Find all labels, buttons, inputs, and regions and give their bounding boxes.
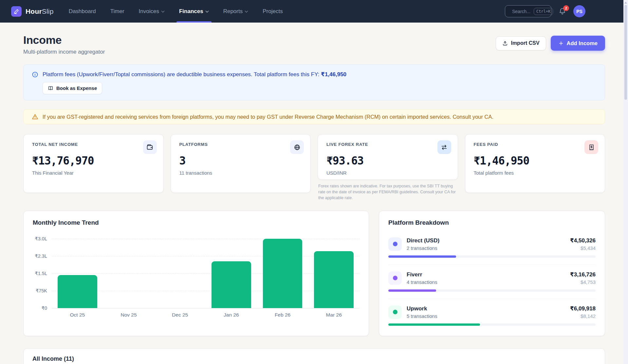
stat-cell-forex: LIVE FOREX RATE ₹93.63 USD/INR Forex rat…	[318, 134, 458, 201]
scrollbar-thumb[interactable]	[624, 5, 627, 100]
stat-card-fees-paid: FEES PAID ₹1,46,950 Total platform fees	[465, 134, 605, 193]
monthly-income-trend-card: Monthly Income Trend ₹3.0L ₹2.3L ₹1.5L ₹…	[23, 211, 369, 336]
plus-icon	[558, 41, 564, 46]
upload-icon	[502, 41, 508, 46]
stat-value: ₹1,46,950	[474, 154, 597, 167]
import-csv-button[interactable]: Import CSV	[496, 36, 546, 50]
add-income-button[interactable]: Add Income	[551, 36, 605, 51]
stat-subtext: This Financial Year	[32, 170, 155, 176]
top-navbar: HourSlip Dashboard Timer Invoices Financ…	[0, 0, 623, 23]
chart-bar-feb-26	[263, 239, 303, 308]
stat-card-total-net-income: TOTAL NET INCOME ₹13,76,970 This Financi…	[23, 134, 164, 193]
stat-card-live-forex-rate: LIVE FOREX RATE ₹93.63 USD/INR	[318, 134, 458, 180]
exchange-icon	[437, 140, 451, 154]
stat-value: ₹93.63	[326, 154, 449, 167]
scroll-up-arrow[interactable]	[624, 2, 627, 4]
progress-fill	[388, 289, 436, 292]
stat-label: LIVE FOREX RATE	[326, 142, 449, 147]
chart-title: Monthly Income Trend	[33, 219, 360, 226]
nav-dashboard[interactable]: Dashboard	[69, 0, 96, 23]
stats-row: TOTAL NET INCOME ₹13,76,970 This Financi…	[23, 134, 605, 201]
notifications-button[interactable]: 2	[559, 8, 566, 15]
all-income-header: All Income (11)	[24, 349, 605, 364]
gst-warning-banner: If you are GST-registered and receiving …	[23, 109, 605, 124]
progress-fill	[388, 255, 456, 258]
stat-subtext: 11 transactions	[179, 170, 302, 176]
warning-banner-text: If you are GST-registered and receiving …	[43, 114, 493, 120]
chevron-down-icon	[245, 10, 248, 13]
progress-track	[388, 289, 596, 292]
progress-track	[388, 255, 596, 258]
bar-chart: ₹3.0L ₹2.3L ₹1.5L ₹75K ₹0	[33, 239, 360, 308]
search-input[interactable]: Search... Ctrl+K	[505, 5, 551, 17]
avatar[interactable]: PS	[573, 5, 585, 17]
info-icon	[32, 71, 38, 78]
warning-icon	[32, 113, 38, 120]
search-shortcut-kbd: Ctrl+K	[534, 8, 553, 15]
stat-subtext: Total platform fees	[474, 170, 597, 176]
search-placeholder: Search...	[512, 9, 530, 14]
platform-dot-icon	[388, 237, 402, 251]
stat-label: TOTAL NET INCOME	[32, 142, 155, 147]
scrollbar[interactable]	[623, 0, 628, 364]
main-content: Income Multi-platform income aggregator …	[0, 23, 623, 364]
nav-timer[interactable]: Timer	[110, 0, 124, 23]
page: HourSlip Dashboard Timer Invoices Financ…	[0, 0, 623, 364]
page-subtitle: Multi-platform income aggregator	[23, 49, 105, 55]
chevron-down-icon	[205, 10, 209, 13]
platform-dot-icon	[388, 305, 402, 319]
chart-bar-jan-26	[212, 261, 251, 308]
stat-label: FEES PAID	[474, 142, 597, 147]
brand-name: HourSlip	[26, 8, 54, 15]
platform-dot-icon	[388, 271, 402, 285]
info-banner-amount: ₹1,46,950	[321, 71, 346, 78]
stat-value: ₹13,76,970	[32, 154, 155, 167]
chart-y-axis: ₹3.0L ₹2.3L ₹1.5L ₹75K ₹0	[33, 239, 52, 308]
chevron-down-icon	[161, 10, 165, 13]
book-as-expense-button[interactable]: Book as Expense	[43, 82, 102, 94]
progress-track	[388, 323, 596, 326]
chart-bar-mar-26	[314, 251, 354, 308]
stat-subtext: USD/INR	[326, 170, 449, 176]
nav-finances[interactable]: Finances	[179, 0, 209, 23]
nav-projects[interactable]: Projects	[263, 0, 283, 23]
wallet-icon	[143, 140, 157, 154]
platform-fees-info-banner: Platform fees (Upwork/Fiverr/Toptal comm…	[23, 64, 605, 100]
platform-breakdown-card: Platform Breakdown Direct (USD) 2 transa…	[379, 211, 605, 336]
forex-footnote: Forex rates shown are indicative. For ta…	[318, 183, 458, 201]
nav-reports[interactable]: Reports	[223, 0, 249, 23]
breakdown-row-fiverr: Fiverr 4 transactions ₹3,16,726 $4,753	[388, 265, 596, 299]
stat-card-platforms: PLATFORMS 3 11 transactions	[171, 134, 311, 193]
breakdown-title: Platform Breakdown	[388, 219, 596, 226]
stat-value: 3	[179, 154, 302, 167]
navbar-right: Search... Ctrl+K 2 PS	[505, 5, 585, 17]
page-title: Income	[23, 34, 105, 46]
info-banner-text: Platform fees (Upwork/Fiverr/Toptal comm…	[43, 71, 319, 78]
brand-logo[interactable]: HourSlip	[11, 6, 54, 17]
stat-label: PLATFORMS	[179, 142, 302, 147]
chart-x-axis: Oct 25 Nov 25 Dec 25 Jan 26 Feb 26 Mar 2…	[52, 312, 360, 318]
hourslip-logo-icon	[11, 6, 22, 17]
chart-bar-oct-25	[58, 275, 97, 308]
main-nav: Dashboard Timer Invoices Finances Report…	[69, 0, 283, 23]
chart-plot-area	[52, 239, 360, 308]
globe-icon	[290, 140, 304, 154]
nav-invoices[interactable]: Invoices	[139, 0, 165, 23]
page-header: Income Multi-platform income aggregator …	[23, 34, 605, 55]
notification-count-badge: 2	[563, 5, 569, 11]
chart-baseline	[52, 308, 360, 308]
breakdown-row-direct-usd: Direct (USD) 2 transactions ₹4,50,326 $5…	[388, 231, 596, 265]
receipt-icon	[584, 140, 598, 154]
progress-fill	[388, 323, 480, 326]
breakdown-row-upwork: Upwork 5 transactions ₹6,09,918 $8,142	[388, 299, 596, 333]
charts-row: Monthly Income Trend ₹3.0L ₹2.3L ₹1.5L ₹…	[23, 211, 605, 336]
book-icon	[48, 85, 53, 91]
all-income-card: All Income (11) Project fee - design wor…	[23, 348, 605, 364]
